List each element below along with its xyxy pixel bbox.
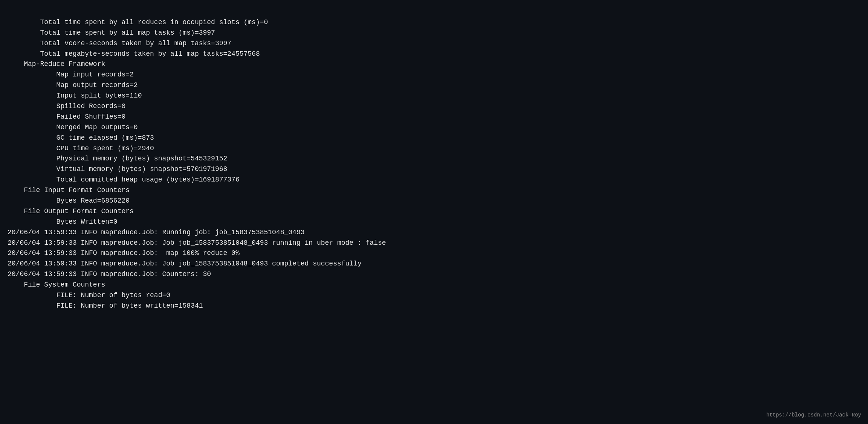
terminal-line: 20/06/04 13:59:33 INFO mapreduce.Job: Jo… [8,259,860,269]
terminal-line: GC time elapsed (ms)=873 [8,133,860,143]
terminal-line: Physical memory (bytes) snapshot=5453291… [8,154,860,164]
terminal-line: Total time spent by all reduces in occup… [8,17,860,28]
terminal-line: Total committed heap usage (bytes)=16918… [8,175,860,185]
terminal-output: Total time spent by all reduces in occup… [0,4,868,314]
terminal-line: 20/06/04 13:59:33 INFO mapreduce.Job: Ru… [8,227,860,238]
terminal-line: Bytes Read=6856220 [8,196,860,206]
terminal-line: 20/06/04 13:59:33 INFO mapreduce.Job: Jo… [8,238,860,249]
terminal-line: Spilled Records=0 [8,101,860,112]
terminal-line: Map input records=2 [8,70,860,80]
terminal-line: File Input Format Counters [8,185,860,196]
watermark: https://blog.csdn.net/Jack_Roy [766,411,861,419]
terminal-line: FILE: Number of bytes read=0 [8,290,860,301]
terminal-line: 20/06/04 13:59:33 INFO mapreduce.Job: Co… [8,269,860,280]
terminal-line: Bytes Written=0 [8,217,860,227]
terminal-line: File System Counters [8,280,860,290]
terminal-line: Map-Reduce Framework [8,59,860,70]
terminal-line: CPU time spent (ms)=2940 [8,143,860,154]
terminal-line: Total time spent by all map tasks (ms)=3… [8,28,860,38]
terminal-line: File Output Format Counters [8,206,860,217]
terminal-line: Failed Shuffles=0 [8,112,860,122]
terminal-line: Total megabyte-seconds taken by all map … [8,49,860,59]
terminal-line: Virtual memory (bytes) snapshot=57019719… [8,164,860,175]
terminal-line: Input split bytes=110 [8,91,860,101]
terminal-line: Map output records=2 [8,80,860,91]
terminal-line: Total vcore-seconds taken by all map tas… [8,38,860,49]
terminal-line: FILE: Number of bytes written=158341 [8,301,860,311]
terminal-line: Merged Map outputs=0 [8,122,860,133]
terminal-line: 20/06/04 13:59:33 INFO mapreduce.Job: ma… [8,248,860,259]
